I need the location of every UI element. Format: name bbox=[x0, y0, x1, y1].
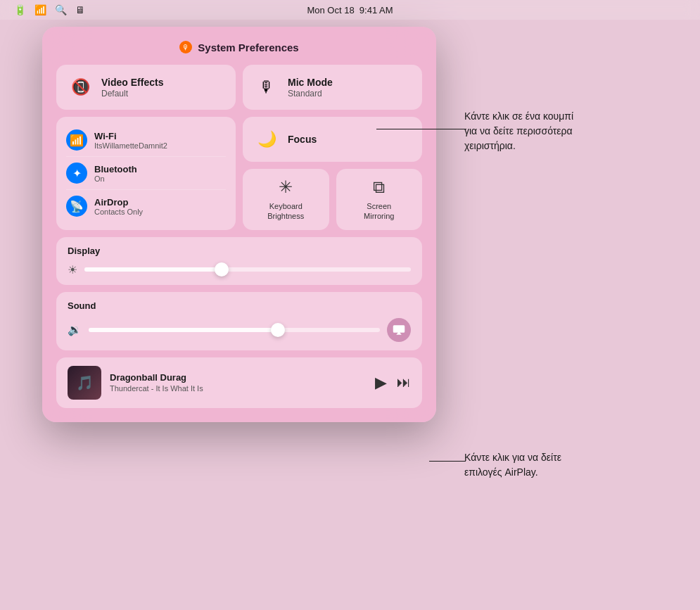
keyboard-brightness-icon: ✳ bbox=[279, 177, 293, 197]
airdrop-icon: 📡 bbox=[66, 196, 87, 217]
skip-button[interactable]: ⏭ bbox=[397, 374, 411, 390]
focus-text: Focus bbox=[288, 134, 317, 145]
battery-icon: 🔋 bbox=[14, 4, 26, 15]
bluetooth-item[interactable]: ✦ Bluetooth On bbox=[66, 157, 226, 190]
panel-header: 🎙 System Preferences bbox=[56, 41, 422, 53]
screen-mirroring-icon: ⧉ bbox=[373, 177, 385, 197]
menubar: 🔋 📶 🔍 🖥 Mon Oct 18 9:41 AM bbox=[0, 0, 700, 20]
top-row: 📵 Video Effects Default 🎙 Mic Mode Stand… bbox=[56, 65, 422, 110]
airdrop-text: AirDrop Contacts Only bbox=[94, 197, 143, 216]
song-info: Dragonball Durag Thundercat - It Is What… bbox=[110, 372, 367, 393]
sound-slider-thumb[interactable] bbox=[271, 323, 285, 337]
display-slider-row: ☀ bbox=[68, 263, 411, 277]
mic-mode-text: Mic Mode Standard bbox=[288, 77, 333, 99]
panel-mic-icon: 🎙 bbox=[179, 41, 192, 53]
playback-controls: ▶ ⏭ bbox=[375, 374, 411, 392]
focus-title: Focus bbox=[288, 134, 317, 145]
video-effects-subtitle: Default bbox=[101, 89, 163, 99]
keyboard-brightness-card[interactable]: ✳ KeyboardBrightness bbox=[243, 169, 329, 230]
video-effects-icon: 📵 bbox=[68, 75, 93, 100]
control-center-panel: 🎙 System Preferences 📵 Video Effects Def… bbox=[42, 27, 436, 422]
song-title: Dragonball Durag bbox=[110, 372, 367, 383]
display-label: Display bbox=[68, 246, 411, 256]
focus-card[interactable]: 🌙 Focus bbox=[243, 117, 422, 162]
wifi-menu-icon: 📶 bbox=[34, 4, 46, 15]
song-artist: Thundercat - It Is What It Is bbox=[110, 384, 367, 393]
menubar-left-icons: 🔋 📶 🔍 🖥 bbox=[14, 4, 85, 15]
search-menu-icon: 🔍 bbox=[55, 4, 67, 15]
video-effects-text: Video Effects Default bbox=[101, 77, 163, 99]
screen-mirroring-label: ScreenMirroring bbox=[364, 201, 394, 222]
focus-icon: 🌙 bbox=[254, 127, 279, 152]
annotation-line-bottom bbox=[429, 461, 466, 462]
display-menu-icon: 🖥 bbox=[75, 4, 85, 15]
display-slider-fill bbox=[84, 267, 222, 272]
album-art: 🎵 bbox=[68, 366, 101, 400]
display-slider-thumb[interactable] bbox=[215, 262, 229, 277]
video-effects-title: Video Effects bbox=[101, 77, 163, 88]
bluetooth-subtitle: On bbox=[94, 174, 137, 183]
sound-label: Sound bbox=[68, 300, 411, 311]
annotation-line-top bbox=[376, 129, 466, 129]
mic-mode-icon: 🎙 bbox=[254, 75, 279, 100]
bluetooth-icon: ✦ bbox=[66, 163, 87, 184]
airplay-button[interactable] bbox=[387, 318, 411, 342]
airdrop-title: AirDrop bbox=[94, 197, 143, 208]
volume-icon: 🔉 bbox=[68, 323, 82, 336]
sound-slider-row: 🔉 bbox=[68, 318, 411, 342]
wifi-title: Wi-Fi bbox=[94, 131, 167, 141]
wifi-icon: 📶 bbox=[66, 129, 87, 151]
annotation-bottom: Κάντε κλικ για να δείτε επιλογές AirPlay… bbox=[464, 450, 561, 480]
mic-mode-subtitle: Standard bbox=[288, 89, 333, 99]
airplay-icon bbox=[393, 324, 405, 336]
mic-mode-card[interactable]: 🎙 Mic Mode Standard bbox=[243, 65, 422, 110]
sound-slider[interactable] bbox=[89, 328, 380, 332]
now-playing-section: 🎵 Dragonball Durag Thundercat - It Is Wh… bbox=[56, 357, 422, 408]
small-buttons-row: ✳ KeyboardBrightness ⧉ ScreenMirroring bbox=[243, 169, 422, 230]
mic-mode-title: Mic Mode bbox=[288, 77, 333, 88]
annotation-top: Κάντε κλικ σε ένα κουμπί για να δείτε πε… bbox=[464, 109, 573, 153]
middle-row: 📶 Wi-Fi ItsWillametteDamnit2 ✦ Bluetooth… bbox=[56, 117, 422, 230]
display-section: Display ☀ bbox=[56, 237, 422, 285]
menubar-datetime: Mon Oct 18 9:41 AM bbox=[307, 5, 393, 15]
keyboard-brightness-label: KeyboardBrightness bbox=[267, 201, 304, 222]
wifi-subtitle: ItsWillametteDamnit2 bbox=[94, 141, 167, 150]
play-button[interactable]: ▶ bbox=[375, 374, 387, 392]
right-column: 🌙 Focus ✳ KeyboardBrightness ⧉ ScreenMir… bbox=[243, 117, 422, 230]
wifi-item[interactable]: 📶 Wi-Fi ItsWillametteDamnit2 bbox=[66, 124, 226, 157]
display-slider[interactable] bbox=[84, 267, 411, 272]
sound-section: Sound 🔉 bbox=[56, 292, 422, 350]
brightness-icon: ☀ bbox=[68, 263, 77, 277]
wifi-text: Wi-Fi ItsWillametteDamnit2 bbox=[94, 131, 167, 150]
screen-mirroring-card[interactable]: ⧉ ScreenMirroring bbox=[336, 169, 423, 230]
panel-title: System Preferences bbox=[198, 42, 298, 53]
airdrop-item[interactable]: 📡 AirDrop Contacts Only bbox=[66, 190, 226, 222]
bluetooth-text: Bluetooth On bbox=[94, 164, 137, 183]
airdrop-subtitle: Contacts Only bbox=[94, 208, 143, 216]
video-effects-card[interactable]: 📵 Video Effects Default bbox=[56, 65, 236, 110]
sound-slider-fill bbox=[89, 328, 278, 332]
network-card: 📶 Wi-Fi ItsWillametteDamnit2 ✦ Bluetooth… bbox=[56, 117, 236, 230]
bluetooth-title: Bluetooth bbox=[94, 164, 137, 174]
